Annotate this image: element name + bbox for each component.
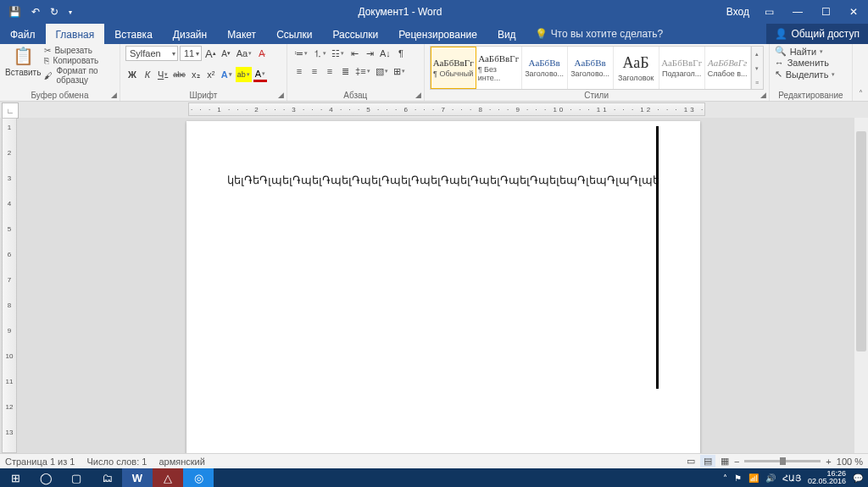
- highlight-button[interactable]: ab: [236, 67, 252, 82]
- clear-format-button[interactable]: A̶: [255, 46, 269, 61]
- text-effects-button[interactable]: A: [220, 67, 234, 82]
- subscript-button[interactable]: x₂: [189, 67, 203, 82]
- close-icon[interactable]: ✕: [841, 3, 866, 21]
- volume-icon[interactable]: 🔊: [765, 473, 776, 483]
- keyboard-lang[interactable]: ՀԱՅ: [782, 473, 801, 483]
- superscript-button[interactable]: x²: [204, 67, 218, 82]
- tab-design[interactable]: Дизайн: [163, 24, 217, 44]
- style-heading1[interactable]: АаБбВвЗаголово...: [522, 47, 568, 89]
- show-marks-button[interactable]: ¶: [394, 46, 408, 61]
- replace-button[interactable]: ↔Заменить: [775, 58, 836, 68]
- underline-button[interactable]: Ч: [156, 67, 170, 82]
- page-count[interactable]: Страница 1 из 1: [5, 457, 75, 467]
- copy-button[interactable]: ⎘Копировать: [44, 56, 114, 65]
- format-painter-button[interactable]: 🖌Формат по образцу: [44, 66, 114, 85]
- print-layout-icon[interactable]: ▤: [700, 455, 715, 468]
- grow-font-button[interactable]: A▴: [203, 46, 218, 61]
- shading-button[interactable]: ▧: [374, 64, 390, 79]
- tab-layout[interactable]: Макет: [217, 24, 266, 44]
- tab-review[interactable]: Рецензирование: [388, 24, 487, 44]
- save-icon[interactable]: 💾: [5, 4, 25, 19]
- zoom-slider[interactable]: [744, 460, 821, 462]
- redo-icon[interactable]: ↻: [47, 4, 62, 19]
- paste-button[interactable]: 📋 Вставить: [5, 46, 41, 77]
- vertical-scrollbar[interactable]: [854, 118, 868, 453]
- styles-expand[interactable]: ▴▾≡: [751, 47, 763, 89]
- style-no-spacing[interactable]: АаБбВвГг¶ Без инте...: [476, 47, 522, 89]
- tab-references[interactable]: Ссылки: [266, 24, 322, 44]
- document-text[interactable]: կել֏ե֏լպել֏պել֏պել֏պել֏պել֏պել֏պել֏պել֏պ…: [227, 174, 659, 187]
- app2-taskbar-icon[interactable]: △: [153, 468, 183, 487]
- scrollbar-thumb[interactable]: [856, 131, 866, 351]
- tab-file[interactable]: Файл: [0, 24, 46, 44]
- clock[interactable]: 16:26 02.05.2016: [808, 470, 846, 485]
- cut-button[interactable]: ✂Вырезать: [44, 46, 114, 55]
- italic-button[interactable]: К: [141, 67, 154, 82]
- sign-in-link[interactable]: Вход: [720, 6, 756, 18]
- styles-gallery[interactable]: АаБбВвГг¶ Обычный АаБбВвГг¶ Без инте... …: [430, 46, 764, 90]
- collapse-ribbon-icon[interactable]: ˄: [853, 44, 868, 101]
- numbering-button[interactable]: ⒈: [311, 46, 328, 61]
- tab-selector[interactable]: ∟: [2, 102, 19, 119]
- find-button[interactable]: 🔍Найти▾: [775, 46, 836, 57]
- font-name-combo[interactable]: Sylfaen: [125, 46, 178, 61]
- bold-button[interactable]: Ж: [125, 67, 139, 82]
- strike-button[interactable]: abc: [171, 67, 187, 82]
- read-mode-icon[interactable]: ▭: [687, 456, 695, 467]
- align-right-button[interactable]: ≡: [323, 64, 337, 79]
- search-taskbar-icon[interactable]: ◯: [31, 468, 61, 487]
- qat-customize-icon[interactable]: ▾: [65, 7, 75, 18]
- font-dialog-launcher[interactable]: ◢: [278, 91, 284, 99]
- font-size-combo[interactable]: 11: [180, 46, 202, 61]
- style-subtitle[interactable]: АаБбВвГгПодзагол...: [659, 47, 705, 89]
- indent-dec-button[interactable]: ⇤: [348, 46, 361, 61]
- change-case-button[interactable]: Aa: [235, 46, 253, 61]
- align-left-button[interactable]: ≡: [292, 64, 306, 79]
- tab-home[interactable]: Главная: [46, 24, 105, 44]
- styles-dialog-launcher[interactable]: ◢: [760, 91, 766, 99]
- shrink-font-button[interactable]: A▾: [220, 46, 233, 61]
- notifications-icon[interactable]: 💬: [853, 473, 863, 483]
- web-layout-icon[interactable]: ▦: [721, 456, 729, 467]
- taskview-icon[interactable]: ▢: [61, 468, 92, 487]
- tab-insert[interactable]: Вставка: [104, 24, 163, 44]
- style-heading2[interactable]: АаБбВвЗаголово...: [568, 47, 614, 89]
- undo-icon[interactable]: ↶: [28, 4, 43, 19]
- zoom-in-button[interactable]: +: [826, 457, 831, 467]
- justify-button[interactable]: ≣: [338, 64, 352, 79]
- app3-taskbar-icon[interactable]: ◎: [183, 468, 214, 487]
- share-button[interactable]: 👤 Общий доступ: [766, 24, 868, 44]
- tab-mailings[interactable]: Рассылки: [322, 24, 388, 44]
- wifi-icon[interactable]: 📶: [748, 473, 759, 483]
- paragraph-dialog-launcher[interactable]: ◢: [415, 91, 421, 99]
- flag-icon[interactable]: ⚑: [734, 473, 742, 483]
- document-page[interactable]: կել֏ե֏լպել֏պել֏պել֏պել֏պել֏պել֏պել֏պել֏պ…: [186, 121, 700, 453]
- bullets-button[interactable]: ≔: [292, 46, 309, 61]
- align-center-button[interactable]: ≡: [308, 64, 321, 79]
- ribbon-options-icon[interactable]: ▭: [756, 3, 782, 21]
- sort-button[interactable]: A↓: [378, 46, 392, 61]
- horizontal-ruler[interactable]: · · · 1 · · · 2 · · · 3 · · · 4 · · · 5 …: [188, 102, 705, 116]
- clipboard-dialog-launcher[interactable]: ◢: [111, 91, 117, 99]
- vertical-ruler[interactable]: 12 34 56 78 910 1112 13: [2, 118, 17, 453]
- style-subtle[interactable]: АаБбВвГгСлабое в...: [705, 47, 751, 89]
- tell-me[interactable]: 💡 Что вы хотите сделать?: [526, 24, 672, 44]
- zoom-out-button[interactable]: −: [734, 457, 739, 467]
- style-normal[interactable]: АаБбВвГг¶ Обычный: [431, 47, 476, 89]
- word-taskbar-icon[interactable]: W: [122, 468, 153, 487]
- borders-button[interactable]: ⊞: [392, 64, 407, 79]
- multilevel-button[interactable]: ☷: [330, 46, 346, 61]
- tray-up-icon[interactable]: ˄: [723, 473, 727, 483]
- style-title[interactable]: АаБЗаголовок: [614, 47, 659, 89]
- tab-view[interactable]: Вид: [487, 24, 526, 44]
- line-spacing-button[interactable]: ‡≡: [353, 64, 372, 79]
- word-count[interactable]: Число слов: 1: [86, 457, 147, 467]
- select-button[interactable]: ↖Выделить▾: [775, 69, 836, 80]
- start-button[interactable]: ⊞: [0, 468, 31, 487]
- language-status[interactable]: армянский: [159, 457, 204, 467]
- font-color-button[interactable]: A: [253, 67, 267, 82]
- maximize-icon[interactable]: ☐: [813, 3, 839, 21]
- minimize-icon[interactable]: —: [784, 3, 811, 21]
- indent-inc-button[interactable]: ⇥: [363, 46, 376, 61]
- explorer-icon[interactable]: 🗂: [92, 468, 122, 487]
